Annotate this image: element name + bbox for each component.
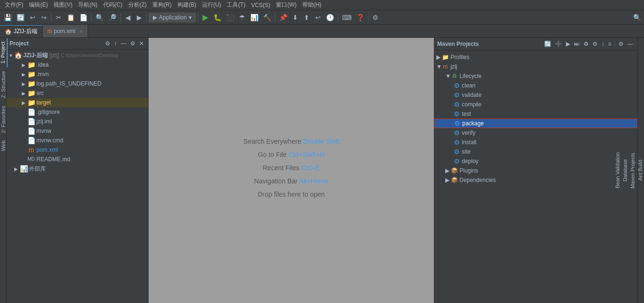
app-selector[interactable]: ▶ Application ▾ <box>149 13 196 22</box>
sidebar-tab-web[interactable]: Web <box>0 137 7 155</box>
maven-validate[interactable]: ⚙ validate <box>434 90 637 100</box>
panel-settings-btn[interactable]: ⚙ <box>104 40 112 47</box>
toolbar-sync[interactable]: 🔄 <box>15 12 26 23</box>
sidebar-tab-favorites[interactable]: 2: Favorites <box>0 102 7 137</box>
project-panel: Project ⚙ ↕ — ⚙ ✕ ▼ 🏠 JZlJ-后端 [jzlj] C:\… <box>7 38 149 303</box>
panel-collapse-btn[interactable]: — <box>119 40 128 47</box>
maven-more-btn[interactable]: ≡ <box>607 40 613 48</box>
tree-mvnw[interactable]: ▶ 📄 mvnw <box>7 126 148 136</box>
maven-jzlj[interactable]: ▼ m jzlj <box>434 62 637 71</box>
menu-analyze[interactable]: 分析(Z) <box>125 0 150 10</box>
panel-scroll-btn[interactable]: ↕ <box>113 40 118 47</box>
right-tab-maven[interactable]: Maven Projects <box>629 149 636 192</box>
update-button[interactable]: ⬇ <box>290 12 300 23</box>
toolbar-next[interactable]: ▶ <box>134 12 144 23</box>
tree-idea[interactable]: ▶ 📁 .idea <box>7 60 148 69</box>
menu-refactor[interactable]: 重构(R) <box>150 0 175 10</box>
maven-settings-btn[interactable]: ⚙ <box>591 40 599 48</box>
run-button[interactable]: ▶ <box>200 12 211 23</box>
maven-site[interactable]: ⚙ site <box>434 147 637 156</box>
maven-deploy[interactable]: ⚙ deploy <box>434 156 637 166</box>
maven-gear-btn[interactable]: ⚙ <box>617 40 625 48</box>
log-icon: 📁 <box>27 80 35 87</box>
panel-close-btn[interactable]: ✕ <box>138 40 145 47</box>
toolbar-search[interactable]: 🔍 <box>94 12 106 23</box>
menu-tools[interactable]: 工具(T) <box>224 0 248 10</box>
package-indent <box>437 120 452 127</box>
right-tab-ant[interactable]: Ant Build <box>636 156 644 184</box>
hint-nav-label: Navigation Bar <box>254 177 298 185</box>
maven-reload-btn[interactable]: 🔄 <box>543 40 553 48</box>
right-tab-database[interactable]: Database <box>621 156 629 185</box>
maven-collapse-btn[interactable]: ↕ <box>600 40 606 48</box>
maven-run-btn[interactable]: ▶ <box>565 40 572 48</box>
tab-project[interactable]: 🏠 JZlJ-后端 <box>0 25 43 37</box>
maven-add-btn[interactable]: ➕ <box>554 40 564 48</box>
toolbar-paste[interactable]: 📄 <box>78 12 89 23</box>
right-tab-bean[interactable]: Bean Validation <box>614 148 621 192</box>
maven-lifecycle-btn[interactable]: ♻ <box>582 40 590 48</box>
maven-minimize-btn[interactable]: — <box>626 40 635 48</box>
sdk-button[interactable]: ❓ <box>354 12 366 23</box>
tree-pom[interactable]: ▶ m pom.xml <box>7 145 148 155</box>
menu-view[interactable]: 视图(V) <box>51 0 75 10</box>
tree-external[interactable]: ▶ 📊 外部库 <box>7 164 148 173</box>
history-button[interactable]: 🕐 <box>324 12 336 23</box>
toolbar-save[interactable]: 💾 <box>2 12 14 23</box>
menu-vcs[interactable]: VCS(S) <box>248 1 273 9</box>
menu-file[interactable]: 文件(F) <box>2 0 26 10</box>
toolbar-back[interactable]: ↩ <box>27 12 38 23</box>
maven-compile[interactable]: ⚙ compile <box>434 100 637 109</box>
menu-window[interactable]: 窗口(W) <box>273 0 299 10</box>
tree-iml[interactable]: ▶ 📄 jzlj.iml <box>7 117 148 126</box>
tree-mvnw-cmd[interactable]: ▶ 📄 mvnw.cmd <box>7 136 148 145</box>
maven-install[interactable]: ⚙ install <box>434 138 637 147</box>
tree-readme[interactable]: ▶ MD README.md <box>7 155 148 164</box>
revert-button[interactable]: ↩ <box>313 12 323 23</box>
tree-gitignore[interactable]: ▶ 📄 .gitignore <box>7 107 148 117</box>
terminal-button[interactable]: ⌨ <box>340 12 353 23</box>
vcs-button[interactable]: 📌 <box>277 12 289 23</box>
coverage-button[interactable]: ☂ <box>237 12 247 23</box>
maven-lifecycle[interactable]: ▼ ♻ Lifecycle <box>434 71 637 81</box>
sidebar-tab-project[interactable]: 1: Project <box>0 38 8 67</box>
tree-log[interactable]: ▶ 📁 log.path_IS_UNDEFINED <box>7 79 148 88</box>
tree-mvn[interactable]: ▶ 📁 .mvn <box>7 69 148 79</box>
push-button[interactable]: ⬆ <box>301 12 312 23</box>
toolbar-zoom-in[interactable]: 🔎 <box>106 12 118 23</box>
toolbar: 💾 🔄 ↩ ↪ ✂ 📋 📄 🔍 🔎 ◀ ▶ ▶ Application ▾ ▶ … <box>0 10 644 25</box>
tree-src[interactable]: ▶ 📁 src <box>7 88 148 98</box>
menu-build[interactable]: 构建(B) <box>175 0 199 10</box>
maven-skip-btn[interactable]: ⏭ <box>573 40 581 48</box>
maven-package[interactable]: ⚙ package <box>434 119 637 128</box>
maven-dependencies[interactable]: ▶ 📦 Dependencies <box>434 175 637 185</box>
settings-button[interactable]: ⚙ <box>371 12 381 23</box>
maven-clean[interactable]: ⚙ clean <box>434 81 637 90</box>
panel-gear-btn[interactable]: ⚙ <box>129 40 137 47</box>
toolbar-prev[interactable]: ◀ <box>123 12 133 23</box>
menu-help[interactable]: 帮助(H) <box>300 0 325 10</box>
menu-run[interactable]: 运行(U) <box>199 0 224 10</box>
maven-test[interactable]: ⚙ test <box>434 109 637 119</box>
toolbar-forward[interactable]: ↪ <box>39 12 49 23</box>
menu-nav[interactable]: 导航(N) <box>75 0 100 10</box>
maven-profiles[interactable]: ▶ 📁 Profiles <box>434 52 637 62</box>
sidebar-tab-structure[interactable]: Z: Structure <box>0 67 7 102</box>
tree-root[interactable]: ▼ 🏠 JZlJ-后端 [jzlj] C:\Users\lenovo\Deskt… <box>7 51 148 60</box>
menu-code[interactable]: 代码(C) <box>100 0 125 10</box>
tab-pom[interactable]: m pom.xml ✕ <box>43 25 88 37</box>
debug-button[interactable]: 🐛 <box>212 12 223 23</box>
stop-button[interactable]: ⬛ <box>224 12 236 23</box>
tree-target[interactable]: ▶ 📁 target <box>7 98 148 107</box>
validate-label: validate <box>462 92 481 98</box>
build-button[interactable]: 🔨 <box>261 12 273 23</box>
idea-arrow: ▶ <box>22 62 27 68</box>
menu-edit[interactable]: 编辑(E) <box>26 0 51 10</box>
maven-plugins[interactable]: ▶ 📦 Plugins <box>434 166 637 175</box>
toolbar-cut[interactable]: ✂ <box>53 12 64 23</box>
close-icon[interactable]: ✕ <box>79 29 83 34</box>
global-search-button[interactable]: 🔍 <box>632 12 642 23</box>
profiler-button[interactable]: 📊 <box>248 12 260 23</box>
maven-verify[interactable]: ⚙ verify <box>434 128 637 138</box>
toolbar-copy[interactable]: 📋 <box>65 12 77 23</box>
